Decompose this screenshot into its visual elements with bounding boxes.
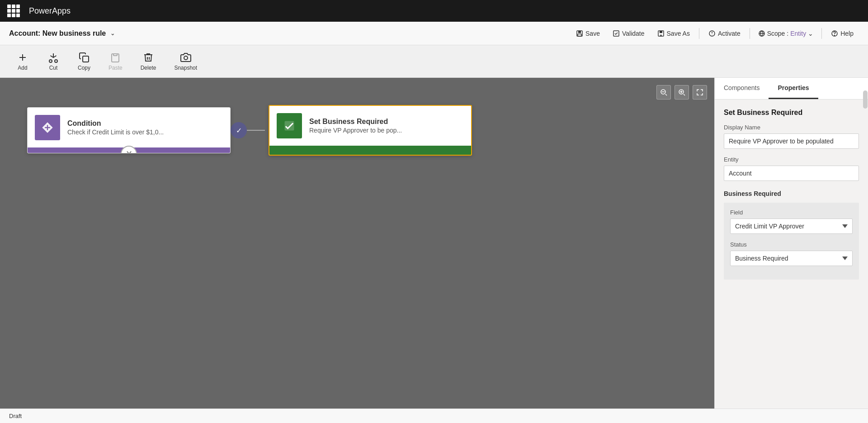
svg-rect-14: [83, 56, 89, 62]
add-button[interactable]: Add: [9, 48, 36, 75]
connector: ✓: [231, 122, 265, 138]
svg-rect-24: [285, 121, 294, 131]
panel-tabs: Components Properties: [715, 78, 868, 100]
save-as-icon: [657, 30, 665, 37]
scroll-thumb[interactable]: [863, 90, 868, 109]
paste-button[interactable]: Paste: [101, 48, 130, 75]
svg-rect-1: [578, 31, 581, 33]
fit-screen-button[interactable]: [693, 85, 707, 100]
zoom-in-icon: [678, 89, 685, 96]
fit-screen-icon: [696, 89, 703, 96]
condition-svg-icon: [41, 121, 54, 134]
snapshot-icon: [180, 52, 191, 63]
copy-icon: [79, 52, 90, 63]
field-group: Field Credit Limit VP Approver: [730, 209, 853, 234]
zoom-out-button[interactable]: [656, 85, 671, 100]
copy-label: Copy: [78, 65, 90, 71]
top-bar: PowerApps: [0, 0, 868, 22]
status-select[interactable]: Business Required Not Business Required …: [730, 251, 853, 266]
status-bar: Draft: [0, 409, 868, 423]
display-name-label: Display Name: [724, 124, 859, 131]
svg-rect-15: [113, 54, 117, 56]
canvas-area[interactable]: Condition Check if Credit Limit is over …: [0, 78, 714, 409]
header-actions: Save Validate Save As Activate: [571, 27, 859, 40]
action-header: Set Business Required Require VP Approve…: [269, 106, 471, 146]
tab-components[interactable]: Components: [715, 78, 769, 99]
field-select[interactable]: Credit Limit VP Approver: [730, 219, 853, 234]
status-group: Status Business Required Not Business Re…: [730, 241, 853, 266]
tab-properties[interactable]: Properties: [769, 78, 818, 99]
display-name-input[interactable]: [724, 133, 859, 149]
validate-button[interactable]: Validate: [607, 27, 650, 40]
panel-section-title: Set Business Required: [724, 109, 859, 117]
business-required-content: Field Credit Limit VP Approver Status Bu…: [724, 203, 859, 280]
validate-label: Validate: [622, 30, 645, 37]
toolbar: Add Cut Copy Paste Delete: [0, 45, 868, 78]
breadcrumb-area: Account: New business rule ⌄: [9, 29, 115, 38]
right-panel: Components Properties Set Business Requi…: [714, 78, 868, 409]
cut-label: Cut: [49, 65, 58, 71]
scope-caret: ⌄: [808, 30, 813, 37]
delete-button[interactable]: Delete: [133, 48, 164, 75]
action-text: Set Business Required Require VP Approve…: [309, 118, 464, 134]
waffle-icon[interactable]: [7, 5, 20, 17]
delete-label: Delete: [141, 65, 156, 71]
breadcrumb: Account: New business rule: [9, 29, 106, 38]
add-icon: [17, 52, 28, 63]
svg-point-13: [55, 60, 57, 62]
check-connector: ✓: [231, 122, 247, 138]
condition-node[interactable]: Condition Check if Credit Limit is over …: [27, 107, 231, 153]
header-sep-1: [699, 28, 699, 39]
save-as-label: Save As: [667, 30, 690, 37]
activate-icon: [708, 30, 716, 37]
action-node[interactable]: Set Business Required Require VP Approve…: [269, 105, 472, 156]
help-label: Help: [840, 30, 854, 37]
help-icon: [831, 30, 838, 37]
save-label: Save: [585, 30, 600, 37]
entity-group: Entity: [724, 156, 859, 181]
condition-header: Condition Check if Credit Limit is over …: [28, 108, 230, 147]
cut-button[interactable]: Cut: [40, 48, 67, 75]
scope-icon: [758, 30, 765, 37]
save-button[interactable]: Save: [571, 27, 605, 40]
snapshot-button[interactable]: Snapshot: [167, 48, 204, 75]
display-name-group: Display Name: [724, 124, 859, 149]
activate-label: Activate: [718, 30, 741, 37]
status-text: Draft: [9, 413, 22, 419]
scope-control[interactable]: Scope : Entity ⌄: [754, 27, 818, 40]
zoom-out-icon: [660, 89, 667, 96]
entity-input[interactable]: [724, 166, 859, 181]
paste-label: Paste: [108, 65, 123, 71]
breadcrumb-caret[interactable]: ⌄: [110, 30, 115, 37]
add-label: Add: [18, 65, 27, 71]
paste-icon: [110, 52, 121, 63]
status-label: Status: [730, 241, 853, 248]
header: Account: New business rule ⌄ Save Valida…: [0, 22, 868, 45]
svg-line-23: [684, 94, 685, 95]
condition-text: Condition Check if Credit Limit is over …: [67, 119, 223, 136]
main-content: Condition Check if Credit Limit is over …: [0, 78, 868, 409]
help-button[interactable]: Help: [826, 27, 859, 40]
field-select-label: Field: [730, 209, 853, 216]
copy-button[interactable]: Copy: [71, 48, 98, 75]
save-as-button[interactable]: Save As: [652, 27, 695, 40]
business-required-section: Business Required Field Credit Limit VP …: [724, 190, 859, 280]
action-footer: [269, 146, 471, 155]
action-icon: [277, 113, 302, 138]
svg-rect-5: [660, 31, 662, 33]
svg-line-19: [665, 94, 667, 95]
flow-container: Condition Check if Credit Limit is over …: [27, 105, 472, 156]
action-svg-icon: [283, 119, 296, 132]
svg-rect-2: [578, 34, 581, 36]
connector-line: [247, 130, 265, 131]
business-required-label: Business Required: [724, 190, 859, 197]
canvas-controls: [656, 85, 707, 100]
header-sep-3: [821, 28, 822, 39]
svg-point-12: [49, 60, 52, 62]
panel-content: Set Business Required Display Name Entit…: [715, 100, 868, 409]
condition-type: Condition: [67, 119, 223, 128]
svg-point-16: [184, 56, 188, 60]
app-title: PowerApps: [29, 6, 71, 16]
activate-button[interactable]: Activate: [703, 27, 746, 40]
zoom-in-button[interactable]: [675, 85, 689, 100]
